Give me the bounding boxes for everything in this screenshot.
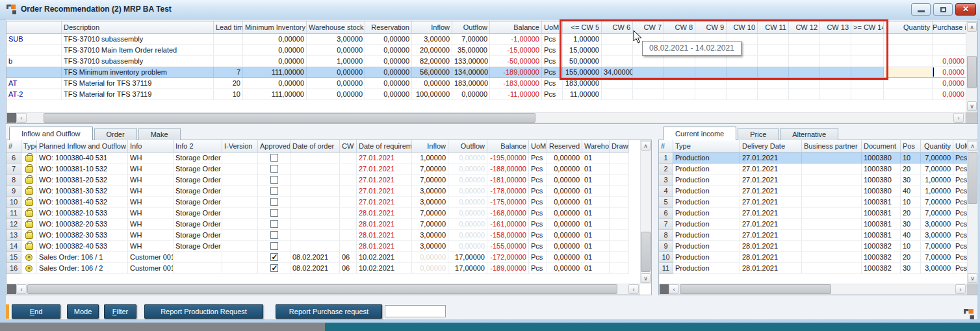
bl-cell-type-icon[interactable] [21, 241, 37, 252]
approved-checkbox[interactable] [270, 220, 278, 228]
bl-row-3[interactable]: 9WO: 1000381-30 532WHStorage Order27.01.… [6, 186, 629, 197]
approved-checkbox[interactable] [270, 242, 278, 250]
tt-cell-warehouse-stock[interactable]: 0,00000 [307, 45, 365, 56]
bl-cell-info[interactable]: Customer 001 [128, 263, 174, 274]
br-cell-type[interactable]: Production [673, 219, 740, 230]
br-cell-uom[interactable]: Pcs [953, 186, 968, 197]
br-cell-pos[interactable]: 40 [901, 230, 921, 241]
tt-cell-inflow[interactable]: 56,00000 [412, 67, 452, 78]
planned-table-vscrollbar[interactable]: ∧ ∨ [640, 140, 651, 284]
bl-cell-reserved[interactable]: 0,00000 [547, 252, 582, 263]
bl-cell-outflow[interactable]: 0,00000 [448, 186, 487, 197]
br-cell-document[interactable]: 1000380 [862, 175, 901, 186]
br-cell-pos[interactable]: 20 [901, 164, 921, 175]
bl-cell-info[interactable]: WH [128, 219, 174, 230]
bl-cell-inflow[interactable]: 3,00000 [412, 241, 448, 252]
bl-cell-drawing[interactable] [610, 164, 629, 175]
title-bar[interactable]: Order Recommendation (2) MRP BA Test ✕ [0, 0, 980, 19]
bl-cell-cw[interactable]: 06 [340, 252, 357, 263]
tt-cell-cw6[interactable] [602, 89, 633, 100]
br-cell-business-partner[interactable] [802, 252, 862, 263]
bl-cell-reserved[interactable]: 0,00000 [547, 263, 582, 274]
bl-cell-inflow[interactable]: 7,00000 [412, 164, 448, 175]
br-cell-delivery-date[interactable]: 27.01.2021 [740, 164, 802, 175]
bl-cell-row-number[interactable]: 7 [6, 164, 21, 175]
br-row-2[interactable]: 3Production27.01.20211000380301,00000Pcs [659, 175, 968, 186]
br-cell-type[interactable]: Production [673, 197, 740, 208]
tt-cell-outflow[interactable]: 134,00000 [452, 67, 490, 78]
tt-cell-lead-time[interactable]: 7 [214, 67, 243, 78]
tt-cell-outflow[interactable]: 35,00000 [452, 45, 490, 56]
bl-cell-balance[interactable]: -168,00000 [487, 208, 529, 219]
bl-cell-planned-inflow-outflow[interactable]: WO: 1000382-40 533 [37, 241, 128, 252]
br-cell-uom[interactable]: Pcs [953, 241, 968, 252]
br-cell-pos[interactable]: 10 [901, 197, 921, 208]
br-cell-quantity[interactable]: 3,00000 [921, 230, 953, 241]
bl-header-inflow[interactable]: Inflow [412, 140, 448, 153]
bl-row-5[interactable]: 11WO: 1000382-10 533WHStorage Order28.01… [6, 208, 629, 219]
br-cell-row-number[interactable]: 11 [659, 263, 673, 274]
bl-cell-reserved[interactable]: 0,00000 [547, 164, 582, 175]
bl-cell-date-of-requirement[interactable]: 27.01.2021 [357, 175, 412, 186]
tt-cell-balance[interactable]: -15,00000 [490, 45, 542, 56]
scroll-left-icon[interactable]: ‹ [16, 113, 27, 123]
bl-cell-balance[interactable]: -189,00000 [487, 263, 529, 274]
bl-cell-date-of-order[interactable] [290, 153, 340, 164]
br-header-document[interactable]: Document [862, 140, 901, 153]
close-button[interactable]: ✕ [955, 3, 976, 16]
bl-cell-i-version[interactable] [222, 219, 258, 230]
bl-cell-approved[interactable] [258, 164, 290, 175]
tt-cell-minimum-inventory[interactable]: 111,00000 [243, 89, 307, 100]
report-production-request-button[interactable]: Report Production Request [144, 304, 263, 319]
scrollbar-split-handle[interactable] [660, 284, 669, 294]
bl-cell-type-icon[interactable] [21, 252, 37, 263]
scroll-down-icon[interactable]: ∨ [641, 273, 651, 283]
bl-cell-cw[interactable] [340, 164, 357, 175]
br-cell-delivery-date[interactable]: 27.01.2021 [740, 197, 802, 208]
end-button[interactable]: End [12, 304, 60, 319]
bl-cell-drawing[interactable] [610, 208, 629, 219]
bl-cell-inflow[interactable]: 1,00000 [412, 153, 448, 164]
scroll-thumb[interactable] [680, 284, 831, 294]
tt-cell-lead-time[interactable]: 10 [214, 89, 243, 100]
br-cell-delivery-date[interactable]: 27.01.2021 [740, 219, 802, 230]
bl-cell-approved[interactable] [258, 230, 290, 241]
br-cell-uom[interactable]: Pcs [953, 208, 968, 219]
bl-cell-date-of-order[interactable] [290, 186, 340, 197]
bl-cell-warehouse[interactable]: 01 [582, 241, 610, 252]
bl-cell-info2[interactable] [174, 263, 222, 274]
bl-cell-date-of-order[interactable] [290, 164, 340, 175]
br-cell-business-partner[interactable] [802, 219, 862, 230]
bl-cell-warehouse[interactable]: 01 [582, 263, 610, 274]
br-cell-pos[interactable]: 40 [901, 186, 921, 197]
bl-header-i-version[interactable]: I-Version [222, 140, 258, 153]
tt-cell-purchase-item[interactable]: 0,0000 [933, 89, 966, 100]
bl-cell-date-of-requirement[interactable]: 28.01.2021 [357, 208, 412, 219]
bl-cell-approved[interactable] [258, 252, 290, 263]
br-cell-document[interactable]: 1000382 [862, 263, 901, 274]
br-cell-delivery-date[interactable]: 28.01.2021 [740, 263, 802, 274]
bl-cell-row-number[interactable]: 13 [6, 230, 21, 241]
bl-cell-warehouse[interactable]: 01 [582, 164, 610, 175]
bl-cell-outflow[interactable]: 0,00000 [448, 153, 487, 164]
bl-cell-planned-inflow-outflow[interactable]: WO: 1000382-30 533 [37, 230, 128, 241]
bl-cell-date-of-order[interactable] [290, 208, 340, 219]
tt-cell-warehouse-stock[interactable]: 0,00000 [307, 89, 365, 100]
bl-cell-outflow[interactable]: 0,00000 [448, 164, 487, 175]
br-cell-quantity[interactable]: 3,00000 [921, 219, 953, 230]
tt-cell-uom[interactable]: Pcs [542, 89, 563, 100]
tt-cell-outflow[interactable]: 7,00000 [452, 34, 490, 45]
approved-checkbox[interactable] [270, 264, 278, 272]
bl-cell-row-number[interactable]: 14 [6, 241, 21, 252]
br-cell-document[interactable]: 1000380 [862, 153, 901, 164]
bl-cell-reserved[interactable]: 0,00000 [547, 208, 582, 219]
bl-cell-info[interactable]: WH [128, 186, 174, 197]
bl-cell-reserved[interactable]: 0,00000 [547, 186, 582, 197]
br-cell-uom[interactable]: Pcs [953, 230, 968, 241]
bl-cell-planned-inflow-outflow[interactable]: Sales Order: 106 / 1 [37, 252, 128, 263]
scroll-up-icon[interactable]: ∧ [968, 141, 977, 151]
tt-cell-inflow[interactable]: 0,00000 [412, 78, 452, 89]
bl-cell-cw[interactable] [340, 186, 357, 197]
bl-cell-row-number[interactable]: 8 [6, 175, 21, 186]
bl-cell-drawing[interactable] [610, 186, 629, 197]
